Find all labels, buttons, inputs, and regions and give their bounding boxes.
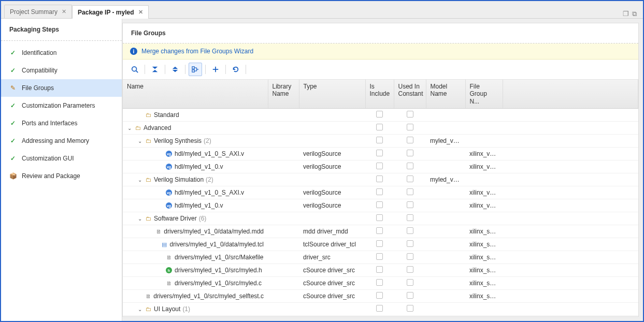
is-include-checkbox[interactable]: [376, 175, 383, 182]
used-in-constant-checkbox[interactable]: [407, 201, 413, 208]
body: Packaging Steps ✓Identification✓Compatib…: [1, 19, 643, 321]
table-row[interactable]: vghdl/myled_v1_0_S_AXI.vverilogSourcexil…: [123, 148, 638, 160]
expand-all-button[interactable]: [168, 63, 182, 76]
group-flatten-button[interactable]: [189, 63, 202, 76]
packaging-steps-list: ✓Identification✓Compatibility✎File Group…: [1, 41, 122, 188]
is-include-checkbox[interactable]: [376, 111, 383, 118]
is-include-checkbox[interactable]: [376, 253, 383, 260]
is-include-checkbox[interactable]: [376, 266, 383, 273]
is-include-checkbox[interactable]: [376, 214, 383, 221]
is-include-checkbox[interactable]: [376, 292, 383, 299]
node-name: Software Driver: [154, 215, 197, 222]
used-in-constant-checkbox[interactable]: [407, 111, 413, 118]
popout-icon[interactable]: ⧉: [632, 10, 637, 18]
table-row[interactable]: ⌄🗀Verilog Synthesis (2)myled_v1_0: [123, 135, 638, 148]
is-include-checkbox[interactable]: [376, 137, 383, 143]
expand-toggle[interactable]: ⌄: [137, 138, 142, 144]
used-in-constant-checkbox[interactable]: [407, 279, 413, 286]
used-in-constant-checkbox[interactable]: [407, 305, 413, 312]
col-is-include[interactable]: Is Include: [365, 80, 394, 109]
table-row[interactable]: ▤xgui/myled_v1_0.tcltclSourcexilinx_xp..…: [123, 316, 638, 316]
svg-marker-3: [152, 70, 158, 72]
table-row[interactable]: 🗎drivers/myled_v1_0/src/Makefiledriver_s…: [123, 251, 638, 264]
table-row[interactable]: ⌄🗀Verilog Simulation (2)myled_v1_0: [123, 173, 638, 186]
expand-toggle[interactable]: ⌄: [137, 216, 142, 222]
is-include-checkbox[interactable]: [376, 240, 383, 247]
step-label: Identification: [22, 49, 56, 56]
collapse-all-button[interactable]: [148, 63, 162, 76]
merge-changes-link[interactable]: Merge changes from File Groups Wizard: [141, 48, 253, 55]
used-in-constant-checkbox[interactable]: [407, 188, 413, 195]
is-include-checkbox[interactable]: [376, 163, 383, 169]
step-file-groups[interactable]: ✎File Groups: [1, 79, 122, 97]
col-type[interactable]: Type: [299, 80, 365, 109]
col-library[interactable]: Library Name: [268, 80, 299, 109]
table-row[interactable]: vghdl/myled_v1_0.vverilogSourcexilinx_ve…: [123, 160, 638, 173]
table-row[interactable]: ▤drivers/myled_v1_0/data/myled.tcltclSou…: [123, 238, 638, 251]
is-include-checkbox[interactable]: [376, 201, 383, 208]
search-button[interactable]: [128, 63, 141, 76]
table-row[interactable]: 🗎drivers/myled_v1_0/src/myled_selftest.c…: [123, 290, 638, 303]
col-file-group-name[interactable]: File Group N...: [465, 80, 503, 109]
restore-icon[interactable]: ❐: [623, 10, 629, 18]
col-used-in-constant[interactable]: Used In Constant: [394, 80, 426, 109]
used-in-constant-checkbox[interactable]: [407, 175, 413, 182]
check-icon: ✓: [9, 102, 17, 109]
is-include-checkbox[interactable]: [376, 150, 383, 156]
is-include-checkbox[interactable]: [376, 188, 383, 195]
step-customization-parameters[interactable]: ✓Customization Parameters: [1, 97, 122, 114]
table-row[interactable]: 🗎drivers/myled_v1_0/src/myled.ccSource d…: [123, 277, 638, 290]
refresh-button[interactable]: [229, 63, 242, 76]
count-badge: (6): [199, 215, 207, 222]
table-row[interactable]: ⌄🗀Software Driver (6): [123, 212, 638, 225]
table-row[interactable]: 🗎drivers/myled_v1_0/data/myled.mddmdd dr…: [123, 225, 638, 238]
used-in-constant-checkbox[interactable]: [407, 150, 413, 156]
tab-label: Project Summary: [10, 8, 58, 16]
expand-toggle[interactable]: ⌄: [127, 125, 132, 131]
is-include-checkbox[interactable]: [376, 305, 383, 312]
is-include-checkbox[interactable]: [376, 124, 383, 130]
table-row[interactable]: 🗀Standard: [123, 109, 638, 122]
node-name: UI Layout: [154, 305, 180, 313]
step-compatibility[interactable]: ✓Compatibility: [1, 62, 122, 79]
sidebar: Packaging Steps ✓Identification✓Compatib…: [1, 19, 122, 321]
table-row[interactable]: vghdl/myled_v1_0_S_AXI.vverilogSourcexil…: [123, 186, 638, 199]
used-in-constant-checkbox[interactable]: [407, 253, 413, 260]
expand-toggle[interactable]: ⌄: [137, 306, 142, 312]
used-in-constant-checkbox[interactable]: [407, 214, 413, 221]
add-button[interactable]: [209, 63, 222, 76]
step-addressing-and-memory[interactable]: ✓Addressing and Memory: [1, 132, 122, 150]
step-ports-and-interfaces[interactable]: ✓Ports and Interfaces: [1, 114, 122, 132]
expand-toggle[interactable]: ⌄: [137, 177, 142, 183]
separator: [185, 65, 185, 74]
tab-package-ip[interactable]: Package IP - myled ✕: [72, 5, 149, 19]
used-in-constant-checkbox[interactable]: [407, 137, 413, 143]
used-in-constant-checkbox[interactable]: [407, 266, 413, 273]
col-spacer: [503, 80, 638, 109]
is-include-checkbox[interactable]: [376, 227, 383, 234]
col-model-name[interactable]: Model Name: [426, 80, 465, 109]
step-label: Customization Parameters: [22, 102, 95, 109]
step-review-and-package[interactable]: 📦Review and Package: [1, 167, 122, 185]
table-row[interactable]: vghdl/myled_v1_0.vverilogSourcexilinx_ve…: [123, 199, 638, 212]
tab-project-summary[interactable]: Project Summary ✕: [4, 5, 72, 18]
used-in-constant-checkbox[interactable]: [407, 240, 413, 247]
used-in-constant-checkbox[interactable]: [407, 163, 413, 169]
count-badge: (2): [204, 137, 211, 144]
step-customization-gui[interactable]: ✓Customization GUI: [1, 150, 122, 167]
used-in-constant-checkbox[interactable]: [407, 227, 413, 234]
used-in-constant-checkbox[interactable]: [407, 124, 413, 130]
table-row[interactable]: ⌄🗀Advanced: [123, 122, 638, 135]
close-icon[interactable]: ✕: [138, 9, 143, 16]
folder-icon: 🗀: [134, 124, 141, 131]
file-groups-table-wrap[interactable]: Name Library Name Type Is Include Used I…: [123, 80, 638, 316]
table-row[interactable]: hdrivers/myled_v1_0/src/myled.hcSource d…: [123, 264, 638, 277]
col-name[interactable]: Name: [123, 80, 268, 109]
verilog-file-icon: vg: [165, 150, 173, 157]
is-include-checkbox[interactable]: [376, 279, 383, 286]
table-row[interactable]: ⌄🗀UI Layout (1): [123, 303, 638, 316]
sidebar-title: Packaging Steps: [1, 19, 122, 41]
step-identification[interactable]: ✓Identification: [1, 44, 122, 62]
used-in-constant-checkbox[interactable]: [407, 292, 413, 299]
close-icon[interactable]: ✕: [62, 8, 66, 15]
